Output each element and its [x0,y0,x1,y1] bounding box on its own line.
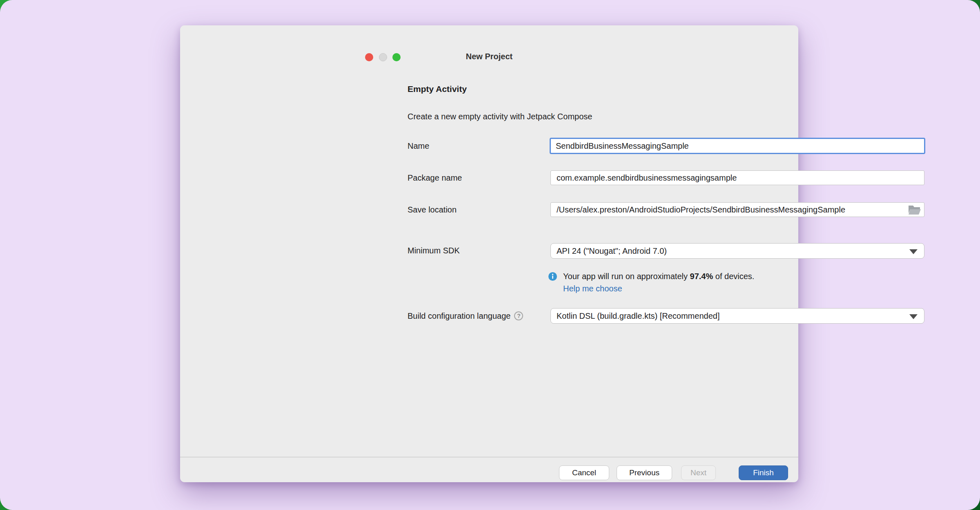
help-icon[interactable]: ? [514,311,523,320]
coverage-percent: 97.4% [690,272,713,281]
chevron-down-icon [909,249,918,254]
build-config-label: Build configuration language ? [408,308,523,324]
footer-divider [180,457,798,457]
save-location-input[interactable] [550,202,924,217]
template-heading: Empty Activity [408,84,467,94]
name-input[interactable] [550,138,925,154]
new-project-dialog: New Project Empty Activity Create a new … [180,25,798,482]
chevron-down-icon [909,314,918,319]
page-background: New Project Empty Activity Create a new … [0,0,980,510]
window-title: New Project [180,51,798,61]
build-config-value: Kotlin DSL (build.gradle.kts) [Recommend… [557,311,719,321]
package-name-input[interactable] [550,170,924,185]
folder-browse-icon[interactable] [908,205,922,215]
titlebar[interactable]: New Project [180,25,798,48]
help-me-choose-link[interactable]: Help me choose [563,284,622,293]
build-config-dropdown[interactable]: Kotlin DSL (build.gradle.kts) [Recommend… [550,308,924,324]
save-location-label: Save location [408,202,457,217]
sdk-coverage-note: Your app will run on approximately 97.4%… [563,272,754,281]
template-subheading: Create a new empty activity with Jetpack… [408,112,592,121]
next-button[interactable]: Next [681,465,716,480]
minimum-sdk-dropdown[interactable]: API 24 ("Nougat"; Android 7.0) [550,243,924,259]
cancel-button[interactable]: Cancel [559,465,609,480]
name-label: Name [408,139,429,153]
previous-button[interactable]: Previous [617,465,672,480]
info-icon [548,272,557,281]
minimum-sdk-label: Minimum SDK [408,243,460,258]
package-name-label: Package name [408,170,462,185]
finish-button[interactable]: Finish [739,465,788,480]
minimum-sdk-value: API 24 ("Nougat"; Android 7.0) [557,246,667,256]
